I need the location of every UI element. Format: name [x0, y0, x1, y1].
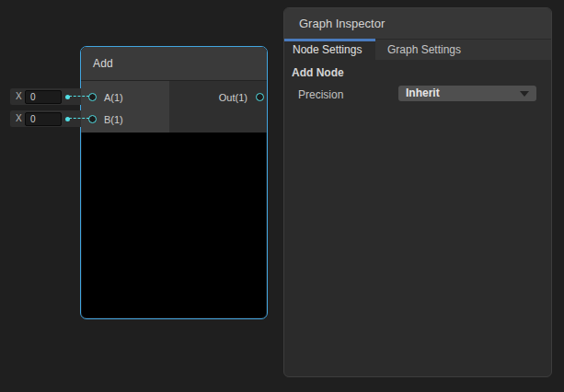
port-b-value-input[interactable]: 0	[25, 112, 62, 126]
graph-inspector-title[interactable]: Graph Inspector	[284, 8, 551, 40]
output-port-icon[interactable]	[256, 93, 264, 101]
port-a-value-input[interactable]: 0	[25, 90, 62, 104]
port-a-default-value-widget: X 0	[10, 88, 81, 105]
node-title: Add	[81, 47, 267, 80]
precision-dropdown-value: Inherit	[406, 86, 440, 99]
inspector-tab-row: Node Settings Graph Settings	[284, 40, 551, 60]
inspector-content: Add Node Precision Inherit	[284, 60, 551, 108]
port-b-dashed-wire	[69, 118, 89, 119]
tab-graph-settings[interactable]: Graph Settings	[375, 40, 478, 60]
input-port-b-label: B(1)	[104, 114, 123, 125]
precision-field-row: Precision Inherit	[284, 86, 551, 108]
input-port-a-icon[interactable]	[88, 93, 97, 101]
add-node[interactable]: Add A(1) B(1) Out(1)	[80, 46, 268, 319]
output-port-strip	[169, 81, 267, 133]
node-preview-area	[82, 133, 266, 317]
add-node-header[interactable]: Add	[81, 47, 267, 81]
input-port-b-icon[interactable]	[88, 115, 97, 123]
active-tab-indicator	[284, 39, 375, 41]
input-port-strip	[81, 81, 169, 133]
output-port-label: Out(1)	[219, 92, 247, 103]
graph-canvas[interactable]: Add A(1) B(1) Out(1) X 0 X 0 Graph Inspe…	[0, 0, 564, 392]
chevron-down-icon	[520, 91, 529, 97]
port-b-default-value-widget: X 0	[10, 110, 81, 127]
port-b-axis-label: X	[16, 113, 22, 123]
input-port-a-label: A(1)	[104, 92, 123, 103]
section-title: Add Node	[292, 66, 551, 79]
precision-label: Precision	[298, 88, 343, 101]
port-a-axis-label: X	[16, 91, 22, 101]
tab-node-settings[interactable]: Node Settings	[284, 40, 375, 60]
port-a-dashed-wire	[69, 96, 89, 97]
graph-inspector-panel: Graph Inspector Node Settings Graph Sett…	[283, 7, 552, 377]
precision-dropdown[interactable]: Inherit	[398, 86, 536, 101]
